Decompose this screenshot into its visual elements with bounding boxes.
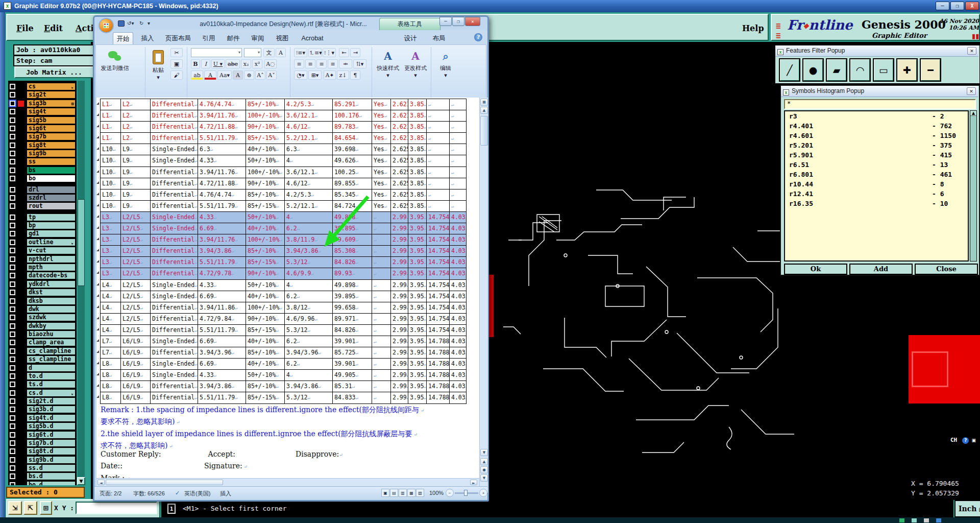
layer-row-bp[interactable]: bp bbox=[8, 222, 77, 230]
cut-icon[interactable]: ✂ bbox=[170, 48, 183, 57]
layer-row-sig4t.d[interactable]: sig4t.d bbox=[8, 414, 77, 422]
table-cell[interactable]: L10↵ bbox=[101, 155, 121, 166]
histogram-scrollbar[interactable]: ▲ bbox=[970, 110, 977, 262]
table-cell[interactable]: Differential↵ bbox=[151, 246, 198, 256]
histogram-filter-input[interactable]: * bbox=[784, 99, 976, 109]
layer-name[interactable]: sig7b.d bbox=[27, 439, 76, 447]
superscript-button[interactable]: x² bbox=[252, 59, 262, 68]
table-cell[interactable]: 85+/-10%↵ bbox=[246, 189, 285, 200]
layer-name[interactable]: to.d bbox=[27, 372, 76, 380]
table-cell[interactable]: 90+/-10%↵ bbox=[246, 178, 285, 189]
table-cell[interactable]: Differential↵ bbox=[151, 234, 198, 245]
layer-name[interactable]: tp bbox=[27, 213, 76, 221]
table-cell[interactable]: 2.99↵ bbox=[391, 336, 408, 347]
table-cell[interactable]: 4↵ bbox=[285, 155, 333, 166]
table-cell[interactable]: 4.03↵ bbox=[450, 268, 467, 279]
histogram-list[interactable]: r3- 2r4.401- 762r4.601- 1150r5.201- 375r… bbox=[784, 110, 969, 262]
table-cell[interactable]: 100+/-10%↵ bbox=[246, 167, 285, 178]
table-cell[interactable]: 14.754↵ bbox=[427, 257, 450, 268]
font-color-button[interactable]: A bbox=[204, 70, 216, 80]
layer-name[interactable]: sig9b bbox=[27, 150, 76, 157]
table-cell[interactable]: L8↵ bbox=[101, 370, 121, 381]
table-row[interactable]: L4↵L2/L5↵Differential↵3.94/11.86↵100+/-1… bbox=[101, 302, 467, 314]
layer-name[interactable]: drl bbox=[27, 186, 76, 194]
overview-viewport[interactable] bbox=[912, 351, 948, 387]
table-cell[interactable]: 3.95↵ bbox=[408, 291, 427, 302]
layer-name[interactable]: szdwk bbox=[27, 314, 76, 321]
layer-row-sig6t[interactable]: sig6t bbox=[8, 125, 77, 133]
table-cell[interactable]: Differential↵ bbox=[151, 392, 198, 403]
asian-layout-button[interactable]: A✦ bbox=[324, 70, 336, 80]
table-cell[interactable]: 3.95↵ bbox=[408, 314, 427, 324]
table-row[interactable]: L4↵L2/L5↵Single-Ended↵4.33↵50+/-10%↵4↵49… bbox=[101, 280, 467, 291]
table-cell[interactable]: 50+/-10%↵ bbox=[246, 370, 285, 381]
sort-button[interactable]: z↓ bbox=[337, 70, 349, 80]
table-cell[interactable]: 6.69↵ bbox=[198, 336, 246, 347]
layer-row-sig4t[interactable]: sig4t bbox=[8, 108, 77, 116]
table-cell[interactable]: 3.85↵ bbox=[408, 99, 427, 110]
table-cell[interactable]: ↵ bbox=[427, 133, 450, 144]
table-cell[interactable]: 3.95↵ bbox=[408, 268, 427, 279]
justify-button[interactable]: ≡ bbox=[328, 59, 338, 68]
table-cell[interactable]: 3.95↵ bbox=[408, 381, 427, 392]
layer-checkbox[interactable] bbox=[10, 195, 15, 201]
histogram-row[interactable]: r5.901- 415 bbox=[785, 150, 968, 160]
layer-row-clamp_area[interactable]: clamp_area bbox=[8, 339, 77, 347]
tab-邮件[interactable]: 邮件 bbox=[223, 32, 243, 44]
table-cell[interactable]: 3.94/3.96↵ bbox=[198, 347, 246, 358]
tab-插入[interactable]: 插入 bbox=[137, 32, 158, 44]
word-count[interactable]: 字数: 66/526 bbox=[133, 490, 165, 497]
layer-checkbox[interactable] bbox=[10, 473, 15, 479]
layer-name[interactable]: rout bbox=[27, 202, 76, 210]
table-row[interactable]: L8↵L6/L9↵Single-Ended↵4.33↵50+/-10%↵4↵49… bbox=[101, 370, 467, 381]
table-cell[interactable]: 6.3↵ bbox=[285, 144, 333, 155]
layer-name[interactable]: outline➤ bbox=[27, 239, 76, 246]
table-row[interactable]: L8↵L6/L9↵Single-Ended↵6.69↵40+/-10%↵6.2↵… bbox=[101, 359, 467, 370]
table-row[interactable]: L1↵L2↵Differential↵4.72/11.88↵90+/-10%↵4… bbox=[101, 122, 467, 133]
layer-checkbox[interactable] bbox=[10, 168, 15, 173]
layer-checkbox[interactable] bbox=[10, 248, 15, 253]
layer-checkbox[interactable] bbox=[10, 273, 15, 278]
xy-input[interactable] bbox=[76, 502, 157, 514]
layer-name[interactable]: ss bbox=[27, 158, 76, 165]
table-cell[interactable]: 4.2/5.3↵ bbox=[285, 189, 333, 200]
layer-row-datecode-bs[interactable]: datecode-bs bbox=[8, 272, 77, 280]
insert-mode[interactable]: 插入 bbox=[220, 490, 231, 497]
layer-checkbox[interactable] bbox=[10, 382, 15, 387]
table-row[interactable]: L3↵L2/L5↵Differential↵3.94/3.86↵85+/-10%… bbox=[101, 246, 467, 257]
table-cell[interactable]: 3.95↵ bbox=[408, 257, 427, 268]
table-cell[interactable]: 3.94/11.76↵ bbox=[198, 167, 246, 178]
table-cell[interactable]: 4.03↵ bbox=[450, 257, 467, 268]
layer-name[interactable]: ts.d bbox=[27, 381, 76, 388]
multilevel-list-button[interactable]: ⁝⋮▾ bbox=[323, 48, 336, 57]
table-cell[interactable]: 85.31↵ bbox=[333, 381, 372, 392]
table-cell[interactable]: 4.33↵ bbox=[198, 212, 246, 223]
table-cell[interactable]: Yes↵ bbox=[372, 155, 391, 166]
table-cell[interactable]: Differential↵ bbox=[151, 302, 198, 313]
table-cell[interactable]: 4.33↵ bbox=[198, 155, 246, 166]
bullets-button[interactable]: ⁝≡▾ bbox=[294, 48, 307, 57]
layer-row-sig3b[interactable]: sig3b⊞ bbox=[8, 100, 77, 108]
table-cell[interactable]: 14.754↵ bbox=[427, 212, 450, 223]
table-cell[interactable]: L3↵ bbox=[101, 246, 121, 256]
table-cell[interactable]: 2.99↵ bbox=[391, 302, 408, 313]
menu-help[interactable]: Help bbox=[742, 23, 764, 33]
table-cell[interactable]: Single-Ended↵ bbox=[151, 370, 198, 381]
layer-checkbox[interactable] bbox=[10, 281, 15, 287]
table-cell[interactable]: 5.3/12↵ bbox=[285, 325, 333, 336]
table-row[interactable]: L7↵L6/L9↵Single-Ended↵6.69↵40+/-10%↵6.2↵… bbox=[101, 336, 467, 347]
qat-more-icon[interactable]: ▾ bbox=[148, 20, 150, 28]
table-cell[interactable]: 3.85↵ bbox=[408, 144, 427, 155]
histogram-row[interactable]: r6.801- 461 bbox=[785, 170, 968, 179]
table-cell[interactable]: ↵ bbox=[450, 99, 467, 110]
table-cell[interactable]: 4.03↵ bbox=[450, 325, 467, 336]
layer-checkbox[interactable] bbox=[10, 187, 15, 193]
table-cell[interactable]: L10↵ bbox=[101, 144, 121, 155]
table-cell[interactable]: 2.625↵ bbox=[391, 167, 408, 178]
table-cell[interactable]: 85+/-15%↵ bbox=[246, 133, 285, 144]
view-outline-icon[interactable]: ▦ bbox=[407, 489, 415, 497]
histogram-titlebar[interactable]: xSymbols Histogram Popup ✕ bbox=[781, 86, 978, 97]
os-minimize-button[interactable]: ─ bbox=[936, 2, 949, 10]
scroll-down-icon[interactable]: ▼ bbox=[480, 449, 488, 456]
layer-checkbox[interactable] bbox=[10, 126, 15, 131]
